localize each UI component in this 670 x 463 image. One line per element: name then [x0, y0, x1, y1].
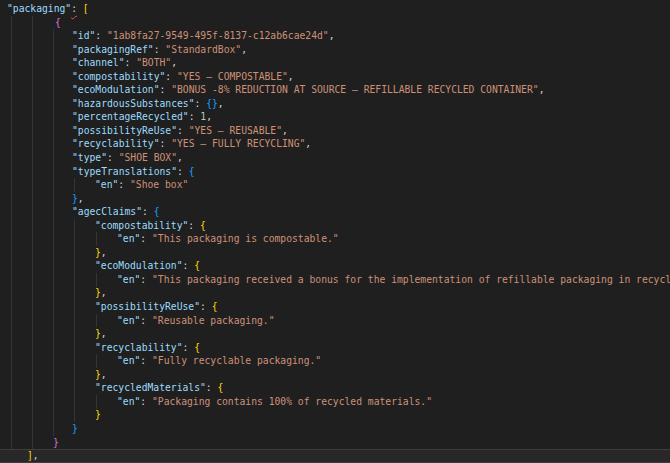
code-line[interactable]: { [0, 16, 670, 30]
code-line[interactable]: }, [0, 327, 670, 341]
code-line[interactable]: "en": "Reusable packaging." [0, 314, 670, 328]
code-token: : [200, 301, 212, 312]
code-line[interactable]: } [0, 436, 670, 450]
code-line[interactable]: "en": "This packaging received a bonus f… [0, 273, 670, 287]
code-token: , [101, 328, 107, 339]
code-token: : [206, 382, 218, 393]
code-token: "agecClaims" [72, 206, 142, 217]
code-token: "compostability" [95, 220, 188, 231]
code-token: "ecoModulation" [72, 84, 160, 95]
code-line[interactable]: "recycledMaterials": { [0, 381, 670, 395]
code-token: , [33, 450, 39, 461]
code-line[interactable]: "hazardousSubstances": {}, [0, 97, 670, 111]
code-line[interactable]: "recyclability": { [0, 341, 670, 355]
code-line[interactable]: "en": "Packaging contains 100% of recycl… [0, 395, 670, 409]
code-token: { [55, 17, 61, 28]
code-token: "recyclability" [72, 138, 160, 149]
code-token: : [183, 342, 195, 353]
code-token: : [140, 315, 152, 326]
code-line[interactable]: "packagingRef": "StandardBox", [0, 43, 670, 57]
code-token: "en" [95, 179, 118, 190]
code-line[interactable]: "en": "Fully recyclable packaging." [0, 354, 670, 368]
code-token: : [140, 233, 152, 244]
code-token: , [282, 125, 288, 136]
code-editor[interactable]: "packaging": [{"id": "1ab8fa27-9549-495f… [0, 0, 670, 463]
code-line[interactable]: ], [0, 449, 670, 463]
code-line[interactable]: "possibilityReUse": { [0, 300, 670, 314]
code-line[interactable]: "agecClaims": { [0, 205, 670, 219]
code-line[interactable]: "compostability": "YES – COMPOSTABLE", [0, 70, 670, 84]
code-token: "en" [117, 274, 140, 285]
code-token: "YES – COMPOSTABLE" [177, 71, 288, 82]
code-line[interactable]: "percentageRecycled": 1, [0, 110, 670, 124]
code-token: : [189, 111, 201, 122]
code-token: { [194, 260, 200, 271]
code-token: , [171, 57, 177, 68]
code-token: "packagingRef" [72, 44, 154, 55]
code-token: { [189, 166, 195, 177]
code-line[interactable]: "recyclability": "YES – FULLY RECYCLING"… [0, 137, 670, 151]
code-token: [ [83, 3, 89, 14]
code-line[interactable]: }, [0, 286, 670, 300]
code-token: : [142, 206, 154, 217]
code-token: "Reusable packaging." [152, 315, 274, 326]
code-line[interactable]: }, [0, 192, 670, 206]
code-line[interactable]: } [0, 422, 670, 436]
code-token: "percentageRecycled" [72, 111, 189, 122]
code-token: "1ab8fa27-9549-495f-8137-c12ab6cae24d" [107, 30, 329, 41]
code-line[interactable]: }, [0, 368, 670, 382]
code-token: } [95, 409, 101, 420]
code-token: : [154, 44, 166, 55]
code-token: : [140, 274, 152, 285]
code-token: : [160, 138, 172, 149]
code-line[interactable]: "en": "Shoe box" [0, 178, 670, 192]
code-line[interactable]: "compostability": { [0, 219, 670, 233]
code-line[interactable]: "possibilityReUse": "YES – REUSABLE", [0, 124, 670, 138]
code-token: "typeTranslations" [72, 166, 177, 177]
code-token: : [95, 30, 107, 41]
code-token: { [154, 206, 160, 217]
code-token: "ecoModulation" [95, 260, 183, 271]
code-token: "YES – REUSABLE" [189, 125, 282, 136]
code-line[interactable]: "type": "SHOE BOX", [0, 151, 670, 165]
code-token: , [101, 247, 107, 258]
code-token: "BONUS -8% REDUCTION AT SOURCE – REFILLA… [171, 84, 538, 95]
code-token: : [188, 220, 200, 231]
code-token: : [140, 355, 152, 366]
code-token: } [53, 437, 59, 448]
code-line[interactable]: "channel": "BOTH", [0, 56, 670, 70]
code-token: : [118, 179, 130, 190]
code-token: "recycledMaterials" [95, 382, 206, 393]
code-token: , [177, 152, 183, 163]
code-token: "StandardBox" [165, 44, 241, 55]
code-token: "This packaging received a bonus for the… [152, 274, 670, 285]
code-token: { [218, 382, 224, 393]
code-token: : [183, 260, 195, 271]
code-token: : [125, 57, 137, 68]
code-token: { [194, 342, 200, 353]
code-token: "compostability" [72, 71, 165, 82]
code-line[interactable]: } [0, 408, 670, 422]
code-token: "id" [72, 30, 95, 41]
code-line[interactable]: "ecoModulation": { [0, 259, 670, 273]
code-token: { [200, 220, 206, 231]
code-token: , [288, 71, 294, 82]
code-line[interactable]: }, [0, 246, 670, 260]
code-token: {} [206, 98, 218, 109]
code-token: , [206, 111, 212, 122]
code-line[interactable]: "ecoModulation": "BONUS -8% REDUCTION AT… [0, 83, 670, 97]
code-line[interactable]: "en": "This packaging is compostable." [0, 232, 670, 246]
code-lines: "packaging": [{"id": "1ab8fa27-9549-495f… [0, 2, 670, 463]
code-token: "en" [117, 396, 140, 407]
code-line[interactable]: "typeTranslations": { [0, 165, 670, 179]
code-token: "en" [117, 355, 140, 366]
code-line[interactable]: "packaging": [ [0, 2, 670, 16]
code-line[interactable]: "id": "1ab8fa27-9549-495f-8137-c12ab6cae… [0, 29, 670, 43]
code-token: "Fully recyclable packaging." [152, 355, 321, 366]
code-token: "packaging" [7, 3, 71, 14]
code-token: : [140, 396, 152, 407]
code-token: "en" [117, 315, 140, 326]
code-token: "SHOE BOX" [119, 152, 177, 163]
code-token: "type" [72, 152, 107, 163]
code-token: "BOTH" [136, 57, 171, 68]
